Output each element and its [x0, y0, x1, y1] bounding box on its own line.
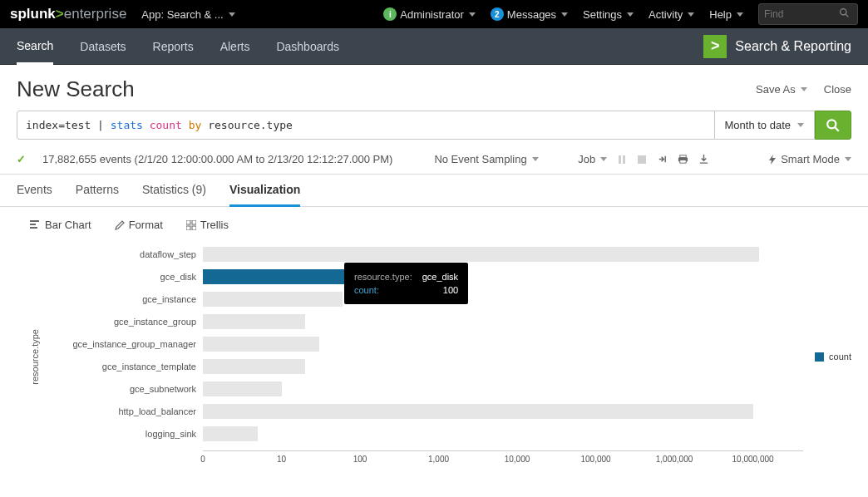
search-text2: resource.type	[201, 119, 293, 131]
bar-label: gce_instance	[45, 294, 203, 304]
search-icon	[826, 118, 841, 133]
find-box[interactable]	[758, 3, 858, 25]
bar[interactable]	[203, 359, 305, 374]
caret-down-icon	[469, 12, 476, 17]
nav-reports[interactable]: Reports	[153, 40, 194, 53]
chart-tooltip: resource.type:gce_disk count:100	[344, 263, 468, 304]
svg-rect-9	[680, 160, 686, 163]
app-name-label: Search & Reporting	[735, 39, 851, 54]
bar[interactable]	[203, 247, 759, 262]
event-count: 17,882,655 events (2/1/20 12:00:00.000 A…	[42, 153, 392, 165]
stop-icon[interactable]	[637, 155, 647, 165]
tooltip-value: 100	[414, 284, 458, 296]
page-title: New Search	[17, 76, 135, 102]
bar-track[interactable]	[203, 358, 803, 375]
pencil-icon	[115, 220, 125, 230]
bar-track[interactable]	[203, 426, 803, 442]
svg-point-2	[827, 120, 836, 128]
job-menu[interactable]: Job	[578, 153, 607, 165]
bar-row: gce_subnetwork	[45, 377, 803, 400]
bar[interactable]	[203, 292, 343, 307]
bar[interactable]	[203, 337, 319, 352]
chart-type-picker[interactable]: Bar Chart	[30, 219, 91, 231]
caret-down-icon	[797, 123, 804, 127]
svg-point-0	[841, 9, 846, 15]
svg-rect-11	[30, 224, 36, 225]
caret-down-icon	[229, 12, 235, 17]
svg-line-3	[835, 127, 839, 131]
x-axis: 0101001,00010,000100,0001,000,00010,000,…	[203, 450, 803, 470]
result-tabs: Events Patterns Statistics (9) Visualiza…	[0, 175, 868, 207]
download-icon[interactable]	[698, 154, 709, 165]
x-tick: 1,000,000	[656, 455, 693, 464]
bar-row: gce_instance_template	[45, 355, 803, 377]
pause-icon[interactable]	[617, 155, 627, 165]
app-badge[interactable]: > Search & Reporting	[703, 35, 851, 58]
x-tick: 100,000	[580, 455, 610, 464]
viz-toolbar: Bar Chart Format Trellis	[0, 207, 868, 243]
tab-visualization[interactable]: Visualization	[229, 183, 300, 207]
y-axis-label: resource.type	[30, 329, 40, 385]
bar-track[interactable]	[203, 381, 803, 397]
tab-statistics[interactable]: Statistics (9)	[142, 183, 206, 206]
app-switcher[interactable]: App: Search & ...	[141, 8, 234, 21]
search-kw-stats: stats	[111, 119, 143, 131]
app-icon: >	[703, 35, 727, 58]
bar-row: gce_instance_group	[45, 310, 803, 332]
sampling-menu[interactable]: No Event Sampling	[434, 153, 538, 165]
bar-track[interactable]	[203, 246, 803, 263]
nav-alerts[interactable]: Alerts	[220, 40, 250, 53]
close-link[interactable]: Close	[824, 83, 851, 96]
bar-track[interactable]	[203, 268, 803, 285]
bar[interactable]	[203, 426, 258, 441]
search-input[interactable]: index=test | stats count by resource.typ…	[17, 111, 715, 140]
bar-label: gce_disk	[45, 272, 203, 282]
nav-search[interactable]: Search	[17, 39, 53, 65]
bar[interactable]	[203, 269, 360, 284]
status-row: ✓ 17,882,655 events (2/1/20 12:00:00.000…	[0, 148, 868, 175]
nav-dashboards[interactable]: Dashboards	[276, 40, 339, 53]
settings-menu[interactable]: Settings	[583, 8, 634, 21]
tooltip-value: gce_disk	[414, 271, 458, 283]
trellis-button[interactable]: Trellis	[186, 219, 229, 231]
time-range-label: Month to date	[725, 119, 792, 131]
caret-down-icon	[688, 12, 694, 17]
share-icon[interactable]	[657, 154, 668, 165]
activity-menu[interactable]: Activity	[649, 8, 694, 21]
bar-track[interactable]	[203, 403, 803, 420]
tab-patterns[interactable]: Patterns	[76, 183, 119, 206]
bar-label: dataflow_step	[45, 249, 203, 259]
chart-type-label: Bar Chart	[45, 219, 91, 231]
bar[interactable]	[203, 314, 305, 329]
format-button[interactable]: Format	[115, 219, 163, 231]
run-search-button[interactable]	[815, 111, 851, 140]
admin-menu[interactable]: iAdministrator	[383, 7, 476, 21]
search-kw-by: by	[189, 119, 202, 131]
svg-rect-16	[192, 226, 196, 230]
help-menu[interactable]: Help	[709, 8, 743, 21]
find-input[interactable]	[764, 8, 839, 20]
caret-down-icon	[801, 87, 807, 91]
caret-down-icon	[561, 12, 568, 17]
job-label: Job	[578, 153, 595, 165]
bar-track[interactable]	[203, 313, 803, 330]
messages-menu[interactable]: 2Messages	[491, 7, 568, 21]
bar[interactable]	[203, 404, 753, 419]
save-as-menu[interactable]: Save As	[756, 83, 807, 96]
tooltip-key: resource.type:	[354, 271, 412, 283]
svg-rect-15	[186, 226, 190, 230]
search-mode-menu[interactable]: Smart Mode	[767, 153, 851, 165]
x-tick: 0	[200, 455, 205, 464]
bar-track[interactable]	[203, 291, 803, 308]
bar-track[interactable]	[203, 336, 803, 352]
tab-events[interactable]: Events	[17, 183, 52, 206]
search-icon	[839, 7, 850, 21]
bar[interactable]	[203, 381, 282, 396]
nav-datasets[interactable]: Datasets	[80, 40, 126, 53]
svg-rect-13	[186, 220, 190, 224]
print-icon[interactable]	[678, 154, 688, 165]
time-range-picker[interactable]: Month to date	[715, 111, 816, 140]
check-icon: ✓	[17, 153, 26, 165]
settings-label: Settings	[583, 8, 622, 21]
chart-legend: count	[815, 352, 851, 362]
